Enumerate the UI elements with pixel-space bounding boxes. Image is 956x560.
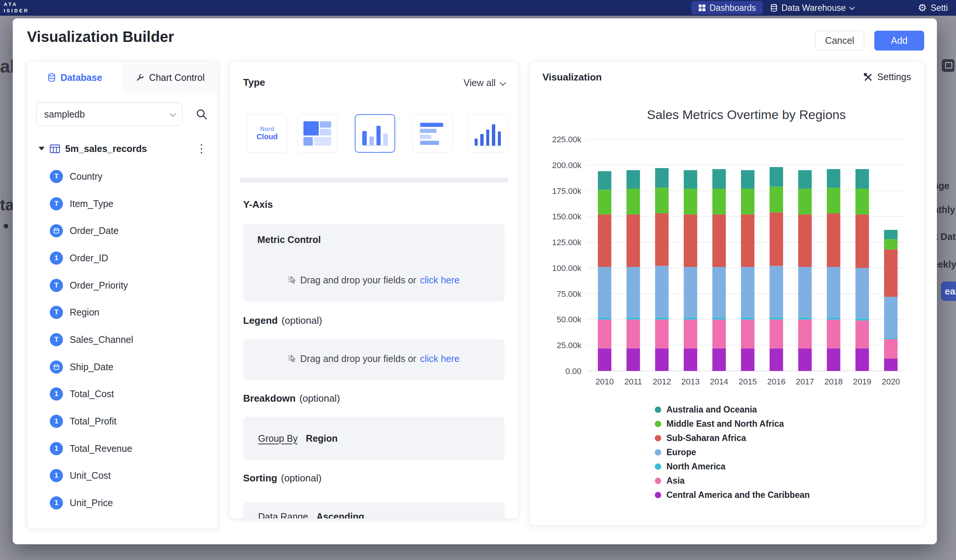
field-row[interactable]: 1Unit_Price xyxy=(27,489,218,516)
metric-dropzone[interactable]: Metric Control Drag and drop your fields… xyxy=(243,224,505,302)
table-menu-button[interactable]: ⋮ xyxy=(193,145,210,152)
legend-label: Central America and the Caribbean xyxy=(667,490,810,500)
svg-text:225.00k: 225.00k xyxy=(552,135,582,144)
breakdown-section-title: Breakdown(optional) xyxy=(243,393,340,404)
chevron-down-icon xyxy=(170,110,176,117)
text-type-icon: T xyxy=(50,170,63,183)
nav-settings[interactable]: ⚙ Setti xyxy=(918,0,948,16)
svg-text:0.00: 0.00 xyxy=(565,367,582,376)
drag-cursor-icon xyxy=(288,276,296,285)
svg-text:2016: 2016 xyxy=(767,377,786,386)
legend-dot xyxy=(655,478,661,484)
svg-text:2011: 2011 xyxy=(624,377,642,386)
date-type-icon xyxy=(50,224,63,237)
table-icon xyxy=(50,144,60,153)
field-row[interactable]: TSales_Channel xyxy=(27,326,218,353)
group-by-value: Region xyxy=(306,433,338,444)
breakdown-field[interactable]: Group By Region xyxy=(243,417,505,460)
top-navbar: ATA ISIDER Dashboards Data Warehouse ⚙ S… xyxy=(0,0,956,16)
field-row[interactable]: TRegion xyxy=(27,299,218,326)
nav-data-warehouse[interactable]: Data Warehouse xyxy=(770,0,853,16)
field-row[interactable]: 1Total_Profit xyxy=(27,408,218,435)
field-name: Total_Revenue xyxy=(70,443,132,454)
field-name: Order_ID xyxy=(70,253,108,264)
field-name: Unit_Cost xyxy=(70,470,111,481)
svg-text:2017: 2017 xyxy=(796,377,814,386)
nav-dashboards[interactable]: Dashboards xyxy=(692,1,763,15)
background-text-fragment: ta xyxy=(0,196,14,214)
svg-text:2015: 2015 xyxy=(739,377,757,386)
legend-label: Middle East and North Africa xyxy=(667,419,784,429)
chart-type-column[interactable] xyxy=(467,114,508,153)
treemap-preview xyxy=(303,121,331,146)
chart-type-word-cloud[interactable]: Nord Cloud xyxy=(247,114,287,153)
field-name: Total_Cost xyxy=(70,389,114,399)
legend-dot xyxy=(655,421,661,427)
bar-chart-preview xyxy=(362,122,388,146)
chart-type-treemap[interactable] xyxy=(297,114,338,153)
cancel-button[interactable]: Cancel xyxy=(815,31,864,50)
chart-legend: Australia and OceaniaMiddle East and Nor… xyxy=(655,402,810,502)
field-row[interactable]: 1Unit_Cost xyxy=(27,462,218,489)
text-type-icon: T xyxy=(50,279,63,292)
database-icon xyxy=(47,73,56,82)
field-name: Region xyxy=(70,307,99,318)
table-node[interactable]: 5m_sales_records ⋮ xyxy=(39,139,210,158)
svg-text:2020: 2020 xyxy=(882,377,900,386)
svg-text:2018: 2018 xyxy=(824,377,843,386)
field-row[interactable]: Ship_Date xyxy=(27,353,218,381)
legend-item: North America xyxy=(655,459,810,474)
horizontal-bar-preview xyxy=(420,122,447,146)
tab-database[interactable]: Database xyxy=(27,62,123,93)
field-name: Sales_Channel xyxy=(70,334,134,345)
field-row[interactable]: 1Order_ID xyxy=(27,245,218,272)
legend-label: Sub-Saharan Africa xyxy=(667,433,746,443)
field-row[interactable]: Order_Date xyxy=(27,217,218,245)
add-button[interactable]: Add xyxy=(874,31,924,50)
view-all-button[interactable]: View all xyxy=(463,77,505,88)
group-by-link[interactable]: Group By xyxy=(258,433,298,444)
legend-item: Australia and Oceania xyxy=(655,402,810,417)
number-type-icon: 1 xyxy=(50,496,63,510)
field-row[interactable]: TItem_Type xyxy=(27,190,218,218)
click-here-link[interactable]: click here xyxy=(420,353,460,364)
gear-icon: ⚙ xyxy=(918,3,927,13)
legend-dropzone[interactable]: Drag and drop your fields or click here xyxy=(243,339,505,380)
background-button-fragment: ear xyxy=(941,281,956,301)
field-name: Order_Date xyxy=(70,225,119,236)
database-icon xyxy=(770,4,778,12)
database-select[interactable]: sampledb xyxy=(36,103,182,126)
field-row[interactable]: TOrder_Priority xyxy=(27,272,218,299)
chevron-down-icon xyxy=(849,5,854,10)
tab-label: Chart Control xyxy=(149,72,205,83)
chart-type-horizontal-bar[interactable] xyxy=(412,114,453,153)
word-cloud-preview: Nord Cloud xyxy=(247,115,287,152)
field-row[interactable]: 1Total_Revenue xyxy=(27,435,218,462)
visualization-panel: Visualization Settings Sales Metrics Ove… xyxy=(529,61,924,525)
field-name: Unit_Price xyxy=(70,497,113,508)
legend-section-title: Legend(optional) xyxy=(243,315,322,326)
legend-label: North America xyxy=(667,461,726,472)
logo-line: ATA xyxy=(4,2,29,8)
nav-label: Setti xyxy=(931,3,948,13)
field-row[interactable]: 1Total_Cost xyxy=(27,381,218,408)
app-logo: ATA ISIDER xyxy=(4,2,29,14)
modal-title: Visualization Builder xyxy=(27,28,174,45)
metric-control-label: Metric Control xyxy=(257,234,321,245)
text-type-icon: T xyxy=(50,306,63,319)
type-scrollbar[interactable] xyxy=(239,178,508,183)
legend-label: Australia and Oceania xyxy=(667,405,757,415)
field-row[interactable]: TCountry xyxy=(27,163,218,190)
type-section-title: Type xyxy=(243,77,265,88)
svg-text:175.00k: 175.00k xyxy=(552,187,582,196)
click-here-link[interactable]: click here xyxy=(420,275,460,285)
sort-field-link[interactable]: Data Range xyxy=(258,511,308,519)
tab-chart-control[interactable]: Chart Control xyxy=(123,62,218,93)
sorting-field[interactable]: Data Range Ascending xyxy=(243,502,505,519)
number-type-icon: 1 xyxy=(50,387,63,400)
svg-text:2010: 2010 xyxy=(596,377,614,386)
number-type-icon: 1 xyxy=(50,415,63,428)
search-icon[interactable] xyxy=(195,108,208,122)
chart-type-bar-selected[interactable] xyxy=(355,114,395,153)
y-axis-section-title: Y-Axis xyxy=(243,199,273,210)
